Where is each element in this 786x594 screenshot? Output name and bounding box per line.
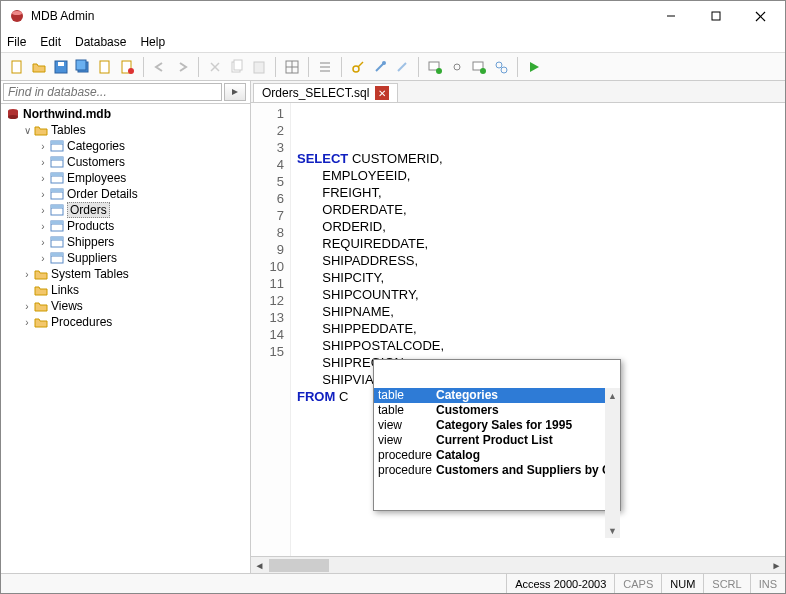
menu-file[interactable]: File xyxy=(7,35,26,49)
wand-icon[interactable] xyxy=(370,57,390,77)
close-button[interactable] xyxy=(738,2,783,30)
svg-rect-47 xyxy=(51,173,63,176)
table-gear-icon[interactable] xyxy=(469,57,489,77)
tree-table-item[interactable]: ›Products xyxy=(1,218,250,234)
expand-icon[interactable]: › xyxy=(37,237,49,248)
tree-table-item[interactable]: ›Categories xyxy=(1,138,250,154)
svg-point-1 xyxy=(12,11,22,15)
expand-icon[interactable]: › xyxy=(37,141,49,152)
svg-rect-62 xyxy=(51,253,63,256)
expand-icon[interactable]: › xyxy=(21,301,33,312)
tree-table-item[interactable]: ›Order Details xyxy=(1,186,250,202)
doc-delete-icon[interactable] xyxy=(117,57,137,77)
expand-icon[interactable]: › xyxy=(37,253,49,264)
expand-icon[interactable]: › xyxy=(37,189,49,200)
code-line: SHIPCOUNTRY, xyxy=(297,286,785,303)
expand-icon[interactable]: › xyxy=(37,173,49,184)
autocomplete-name: Current Product List xyxy=(436,433,620,448)
tree-table-item[interactable]: ›Shippers xyxy=(1,234,250,250)
svg-rect-3 xyxy=(712,12,720,20)
autocomplete-item[interactable]: tableCategories xyxy=(374,388,620,403)
maximize-button[interactable] xyxy=(693,2,738,30)
expand-icon[interactable]: › xyxy=(37,157,49,168)
toolbar-separator xyxy=(143,57,144,77)
code-line: SHIPPEDDATE, xyxy=(297,320,785,337)
table-icon xyxy=(49,235,65,249)
redo-icon[interactable] xyxy=(172,57,192,77)
grid-icon[interactable] xyxy=(282,57,302,77)
tree-group-procedures[interactable]: › Procedures xyxy=(1,314,250,330)
open-folder-icon[interactable] xyxy=(29,57,49,77)
svg-point-38 xyxy=(8,115,18,119)
autocomplete-popup[interactable]: tableCategoriestableCustomersviewCategor… xyxy=(373,359,621,511)
menu-help[interactable]: Help xyxy=(140,35,165,49)
undo-icon[interactable] xyxy=(150,57,170,77)
scroll-right-icon[interactable]: ► xyxy=(768,557,785,574)
menubar: File Edit Database Help xyxy=(1,31,785,53)
paste-icon[interactable] xyxy=(249,57,269,77)
scroll-thumb[interactable] xyxy=(269,559,329,572)
tree-table-label: Employees xyxy=(67,171,126,185)
menu-edit[interactable]: Edit xyxy=(40,35,61,49)
tree-db-label: Northwind.mdb xyxy=(23,107,111,121)
database-tree[interactable]: Northwind.mdb ∨ Tables ›Categories›Custo… xyxy=(1,104,250,573)
scroll-up-icon[interactable]: ▲ xyxy=(605,388,620,403)
list-icon[interactable] xyxy=(315,57,335,77)
autocomplete-item[interactable]: viewCategory Sales for 1995 xyxy=(374,418,620,433)
status-access-version: Access 2000-2003 xyxy=(506,574,614,593)
code-line: SHIPNAME, xyxy=(297,303,785,320)
minimize-button[interactable] xyxy=(648,2,693,30)
table-add-icon[interactable] xyxy=(425,57,445,77)
cut-icon[interactable] xyxy=(205,57,225,77)
tree-group-system-tables[interactable]: › System Tables xyxy=(1,266,250,282)
folder-icon xyxy=(33,299,49,313)
copy-icon[interactable] xyxy=(227,57,247,77)
tree-group-links[interactable]: Links xyxy=(1,282,250,298)
toolbar-separator xyxy=(341,57,342,77)
new-file-icon[interactable] xyxy=(7,57,27,77)
autocomplete-name: Categories xyxy=(436,388,620,403)
code-area[interactable]: SELECT CUSTOMERID, EMPLOYEEID, FREIGHT, … xyxy=(291,103,785,556)
gears-icon[interactable] xyxy=(491,57,511,77)
collapse-icon[interactable]: ∨ xyxy=(21,125,33,136)
folder-open-icon xyxy=(33,123,49,137)
autocomplete-scrollbar[interactable]: ▲▼ xyxy=(605,388,620,538)
tree-table-item[interactable]: ›Orders xyxy=(1,202,250,218)
expand-icon[interactable]: › xyxy=(37,205,49,216)
autocomplete-kind: table xyxy=(374,403,436,418)
tab-close-icon[interactable]: ✕ xyxy=(375,86,389,100)
autocomplete-item[interactable]: procedureCustomers and Suppliers by C xyxy=(374,463,620,478)
editor-tab[interactable]: Orders_SELECT.sql ✕ xyxy=(253,83,398,102)
autocomplete-item[interactable]: tableCustomers xyxy=(374,403,620,418)
statusbar: Access 2000-2003 CAPS NUM SCRL INS xyxy=(1,573,785,593)
expand-icon[interactable]: › xyxy=(21,269,33,280)
doc-icon[interactable] xyxy=(95,57,115,77)
tree-db-root[interactable]: Northwind.mdb xyxy=(1,106,250,122)
table-icon xyxy=(49,219,65,233)
tree-table-item[interactable]: ›Suppliers xyxy=(1,250,250,266)
menu-database[interactable]: Database xyxy=(75,35,126,49)
code-line: FREIGHT, xyxy=(297,184,785,201)
toolbar xyxy=(1,53,785,81)
scroll-down-icon[interactable]: ▼ xyxy=(605,523,620,538)
editor[interactable]: 123456789101112131415 SELECT CUSTOMERID,… xyxy=(251,103,785,556)
save-icon[interactable] xyxy=(51,57,71,77)
tree-group-tables[interactable]: ∨ Tables xyxy=(1,122,250,138)
wand-alt-icon[interactable] xyxy=(392,57,412,77)
search-go-button[interactable] xyxy=(224,83,246,101)
run-icon[interactable] xyxy=(524,57,544,77)
search-input[interactable] xyxy=(3,83,222,101)
key-icon[interactable] xyxy=(348,57,368,77)
save-all-icon[interactable] xyxy=(73,57,93,77)
tree-table-item[interactable]: ›Employees xyxy=(1,170,250,186)
autocomplete-item[interactable]: viewCurrent Product List xyxy=(374,433,620,448)
tree-group-views[interactable]: › Views xyxy=(1,298,250,314)
autocomplete-item[interactable]: procedureCatalog xyxy=(374,448,620,463)
link-icon[interactable] xyxy=(447,57,467,77)
expand-icon[interactable]: › xyxy=(21,317,33,328)
scroll-left-icon[interactable]: ◄ xyxy=(251,557,268,574)
horizontal-scrollbar[interactable]: ◄ ► xyxy=(251,556,785,573)
expand-icon[interactable]: › xyxy=(37,221,49,232)
autocomplete-name: Category Sales for 1995 xyxy=(436,418,620,433)
tree-table-item[interactable]: ›Customers xyxy=(1,154,250,170)
